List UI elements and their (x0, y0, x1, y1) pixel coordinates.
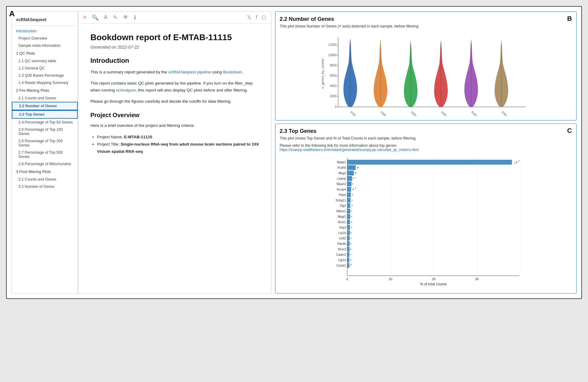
sidebar-app-title: scRNASequest (12, 15, 78, 24)
toolbar-edit-icon[interactable]: ✎ (113, 14, 118, 21)
svg-text:5705STDY8058285: 5705STDY8058285 (501, 111, 520, 116)
svg-text:Nrxn3: Nrxn3 (338, 248, 346, 251)
svg-point-67 (352, 200, 352, 201)
sidebar-item-2-5[interactable]: 2.5 Percentage of Top 100 Genes (12, 126, 78, 137)
svg-text:Nrg3: Nrg3 (339, 226, 346, 229)
intro-para-2: This report contains basic QC plots gene… (90, 80, 259, 94)
svg-rect-90 (347, 241, 350, 246)
svg-point-88 (350, 238, 351, 239)
label-b: B (567, 15, 572, 23)
panel-b-title: 2.2 Number of Genes (280, 16, 572, 22)
svg-rect-99 (347, 258, 349, 262)
svg-text:Rbfox1: Rbfox1 (336, 210, 346, 213)
svg-text:20: 20 (432, 277, 435, 281)
svg-point-54 (355, 177, 356, 178)
svg-rect-59 (347, 187, 351, 192)
sidebar-item-sample-meta[interactable]: Sample meta information (12, 42, 78, 49)
svg-text:10000: 10000 (328, 53, 337, 57)
svg-text:4000: 4000 (330, 84, 337, 88)
scanpy-docs-link[interactable]: https://scanpy.readthedocs.io/en/latest/… (280, 148, 419, 152)
sidebar-item-1-2[interactable]: 1.2 General QC (12, 65, 78, 72)
toolbar-share-icon[interactable]: ⬡ (262, 14, 266, 21)
sidebar-item-1-3[interactable]: 1.3 Q30 Bases Percentage (12, 72, 78, 79)
toolbar-twitter-icon[interactable]: 𝕏 (247, 14, 252, 21)
toolbar-search-icon[interactable]: 🔍 (92, 14, 99, 21)
toolbar-info-icon[interactable]: ℹ (134, 14, 136, 21)
toolbar-font-icon[interactable]: A (104, 14, 108, 21)
svg-text:Malat1: Malat1 (337, 161, 346, 164)
sidebar-item-project-overview[interactable]: Project Overview (12, 35, 78, 42)
svg-text:Pcdh9: Pcdh9 (337, 166, 346, 169)
svg-point-57 (352, 184, 353, 185)
svg-point-61 (355, 188, 356, 189)
svg-point-82 (351, 227, 352, 228)
svg-text:Csmd1: Csmd1 (336, 264, 346, 267)
document-date: Generated on 2022-07-22 (90, 45, 259, 50)
label-a: A (9, 9, 15, 18)
panel-c-link-prefix: Please refer to the following link for m… (280, 143, 572, 152)
svg-point-76 (351, 216, 352, 217)
svg-text:Fgf14: Fgf14 (338, 258, 346, 262)
toolbar: ≡ 🔍 A ✎ 👁 ℹ 𝕏 f ⬡ (78, 12, 271, 24)
sidebar-item-2-3[interactable]: 2.3 Top Genes (12, 110, 78, 119)
project-name-value: E-MTAB-11115 (124, 135, 152, 139)
svg-rect-81 (347, 225, 350, 230)
svg-text:n_genes_by_counts: n_genes_by_counts (321, 59, 324, 88)
svg-rect-72 (347, 209, 350, 213)
svg-text:5705STDY8058282: 5705STDY8058282 (410, 111, 429, 116)
svg-point-42 (516, 162, 517, 163)
link-prefix-text: Please refer to the following link for m… (280, 143, 397, 148)
sidebar-intro-link[interactable]: Introduction (12, 27, 78, 35)
svg-point-79 (351, 222, 352, 223)
svg-text:Meg3: Meg3 (338, 172, 346, 175)
svg-point-64 (352, 194, 353, 195)
sidebar-item-1-4[interactable]: 1.4 Reads Mapping Summary (12, 79, 78, 86)
svg-text:Nrxn1: Nrxn1 (338, 220, 346, 224)
bullet-project-title: Project Title: Single-nucleus RNA-seq fr… (97, 141, 259, 156)
svg-point-100 (350, 260, 351, 261)
svg-rect-93 (347, 247, 350, 252)
panel-b-description: This plot shows Number of Genes (Y axis)… (280, 24, 572, 28)
svg-point-47 (357, 167, 359, 168)
sidebar-item-2-6[interactable]: 2.6 Percentage of Top 200 Genes (12, 137, 78, 149)
toolbar-facebook-icon[interactable]: f (256, 14, 257, 21)
svg-point-43 (518, 161, 519, 162)
svg-text:Kcnip4: Kcnip4 (337, 188, 346, 191)
svg-text:30: 30 (475, 277, 479, 281)
svg-rect-87 (347, 236, 350, 241)
sidebar-item-2-1[interactable]: 2.1 Counts and Genes (12, 95, 78, 102)
scanalyzer-link[interactable]: scAnalyzer (116, 88, 136, 92)
svg-rect-66 (347, 198, 351, 203)
svg-text:5705STDY8058281: 5705STDY8058281 (380, 111, 399, 116)
svg-rect-69 (347, 203, 350, 208)
svg-rect-41 (347, 160, 512, 165)
intro-text-1: This is a summary report generated by th… (90, 70, 168, 74)
sidebar-item-2-7[interactable]: 2.7 Percentage of Top 500 Genes (12, 149, 78, 160)
intro-text-5: , this report will also display QC plots… (136, 88, 248, 92)
sidebar-item-3-2[interactable]: 3.2 Number of Genes (12, 183, 78, 190)
scrna-pipeline-link[interactable]: scRNASequest pipeline (168, 70, 211, 74)
svg-rect-56 (347, 181, 352, 186)
svg-point-60 (353, 189, 354, 190)
bookdown-link[interactable]: Bookdown (223, 70, 242, 74)
svg-rect-78 (347, 220, 350, 224)
document-area: ≡ 🔍 A ✎ 👁 ℹ 𝕏 f ⬡ Bookdown report of E-M (78, 11, 271, 294)
panel-c-title: 2.3 Top Genes (280, 128, 572, 134)
svg-text:12000: 12000 (328, 43, 337, 47)
svg-text:Lsamp: Lsamp (337, 177, 346, 180)
sidebar-section-3-header: 3 Post-filtering Plots (12, 168, 78, 176)
sidebar-item-1-1[interactable]: 1.1 QC summary table (12, 57, 78, 65)
svg-text:2000: 2000 (330, 95, 337, 98)
intro-para-1: This is a summary report generated by th… (90, 69, 259, 76)
document-title: Bookdown report of E-MTAB-11115 (90, 33, 259, 42)
toolbar-menu-icon[interactable]: ≡ (83, 14, 86, 21)
sidebar-item-3-1[interactable]: 3.1 Counts and Genes (12, 176, 78, 183)
sidebar-item-2-4[interactable]: 2.4 Percentage of Top 50 Genes (12, 119, 78, 126)
toolbar-view-icon[interactable]: 👁 (123, 14, 128, 21)
intro-text-3: . (242, 70, 243, 74)
sidebar-item-2-8[interactable]: 2.8 Percentage of Mitochondria (12, 160, 78, 168)
svg-point-85 (351, 233, 352, 233)
intro-heading: Introduction (90, 57, 259, 65)
sidebar-item-2-2[interactable]: 2.2 Number of Genes (12, 102, 78, 110)
svg-text:6000: 6000 (330, 74, 337, 77)
